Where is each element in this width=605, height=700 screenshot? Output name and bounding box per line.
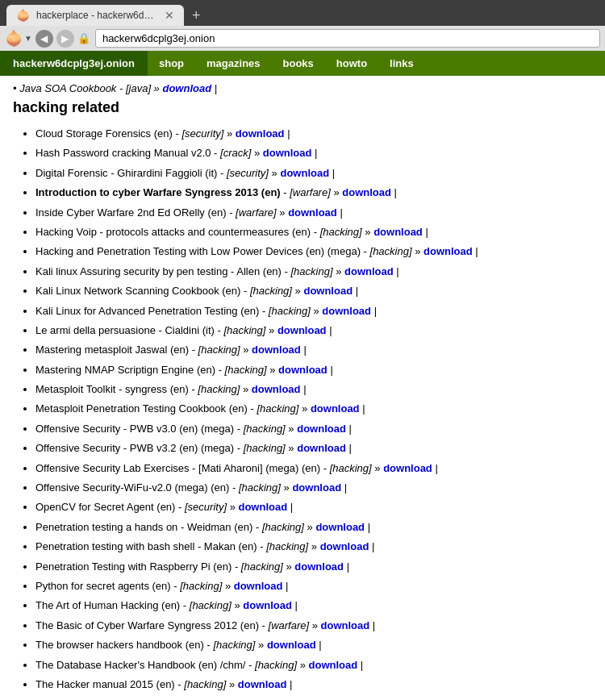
lock-icon: 🔒: [77, 32, 90, 44]
book-title: Hash Password cracking Manual v2.0: [35, 147, 211, 159]
category-tag: [hacking]: [180, 580, 222, 592]
list-item: Mastering NMAP Scriptign Engine (en) - […: [35, 360, 592, 379]
forward-button[interactable]: ▶: [56, 30, 74, 48]
book-title: Mastering metasploit Jaswal (en): [35, 344, 189, 356]
download-link[interactable]: download: [344, 265, 394, 277]
dropdown-icon[interactable]: ▼: [24, 34, 32, 43]
list-item: OpenCV for Secret Agent (en) - [security…: [35, 498, 592, 516]
site-navigation: hackerw6dcplg3ej.onion shop magazines bo…: [0, 51, 605, 76]
list-item: The Basic of Cyber Warfare Syngress 2012…: [35, 616, 592, 635]
nav-links[interactable]: links: [378, 51, 425, 76]
address-input[interactable]: [95, 29, 600, 48]
download-link[interactable]: download: [236, 127, 285, 140]
book-title: Penetration Testing with Raspberry Pi (e…: [35, 560, 232, 573]
list-item: The Art of Human Hacking (en) - [hacking…: [35, 596, 592, 615]
category-tag: [hacking]: [244, 423, 286, 435]
nav-howto[interactable]: howto: [325, 51, 378, 76]
book-title: Metasploit Penetration Testing Cookbook …: [35, 402, 248, 415]
list-item: Offensive Security Lab Exercises - [Mati…: [35, 459, 592, 477]
list-item: Penetration testing with bash shell - Ma…: [35, 537, 592, 556]
book-title: The Hacker manual 2015 (en): [35, 678, 175, 690]
category-tag: [warfare]: [290, 186, 331, 198]
download-link[interactable]: download: [288, 206, 337, 219]
download-link[interactable]: download: [263, 147, 312, 159]
download-link[interactable]: download: [280, 167, 329, 179]
download-link[interactable]: download: [383, 462, 432, 474]
nav-home[interactable]: hackerw6dcplg3ej.onion: [0, 51, 148, 76]
book-title: The Database Hacker's Handbook (en) /chm…: [35, 659, 245, 671]
book-title: Offensive Security - PWB v3.0 (en) (mega…: [35, 423, 234, 435]
download-link[interactable]: download: [294, 560, 344, 573]
list-item: Hacking and Penetration Testing with Low…: [35, 242, 592, 260]
list-item: Kali linux Assuring security by pen test…: [35, 262, 592, 281]
category-tag: [security]: [185, 501, 227, 513]
list-item: Kali Linux for Advanced Penetration Test…: [35, 302, 592, 320]
category-tag: [hacking]: [320, 226, 362, 238]
download-link[interactable]: download: [234, 580, 283, 592]
category-tag: [hacking]: [269, 305, 311, 317]
book-title: Offensive Security Lab Exercises - [Mati…: [35, 462, 320, 474]
prev-item-text: Java SOA Cookbook - [java] » download |: [19, 82, 217, 94]
nav-magazines[interactable]: magazines: [195, 51, 271, 76]
section-title: hacking related: [13, 99, 592, 116]
download-link[interactable]: download: [322, 305, 371, 317]
download-link[interactable]: download: [342, 186, 391, 198]
download-link[interactable]: download: [238, 501, 287, 513]
download-link[interactable]: download: [303, 285, 353, 297]
category-tag: [hacking]: [262, 521, 304, 533]
tab-close-button[interactable]: ✕: [165, 10, 174, 21]
prev-item: • Java SOA Cookbook - [java] » download …: [13, 82, 592, 94]
book-title: Hacking Voip - protocols attacks and cou…: [35, 226, 311, 238]
tor-tab-icon: 🧅: [16, 9, 30, 22]
list-item: Penetration Testing with Raspberry Pi (e…: [35, 557, 592, 576]
book-title: Python for secret agents (en): [35, 580, 171, 592]
category-tag: [hacking]: [198, 383, 240, 395]
download-link[interactable]: download: [297, 442, 346, 454]
download-link[interactable]: download: [320, 540, 369, 552]
book-title: Penetration testing a hands on - Weidman…: [35, 521, 252, 533]
back-button[interactable]: ◀: [35, 30, 53, 48]
book-title: Digital Forensic - Ghirardini Faggioli (…: [35, 167, 217, 179]
list-item: Digital Forensic - Ghirardini Faggioli (…: [35, 164, 592, 182]
new-tab-button[interactable]: +: [187, 7, 206, 24]
download-link[interactable]: download: [278, 364, 328, 376]
download-link[interactable]: download: [277, 324, 327, 336]
book-title: Offensive Security-WiFu-v2.0 (mega) (en): [35, 481, 229, 494]
book-list: Cloud Storage Forensics (en) - [security…: [13, 124, 592, 700]
download-link[interactable]: download: [292, 481, 341, 494]
category-tag: [hacking]: [370, 245, 412, 257]
list-item: Kali Linux Network Scanning Cookbook (en…: [35, 281, 592, 300]
list-item: The Database Hacker's Handbook (en) /chm…: [35, 656, 592, 674]
download-link[interactable]: download: [238, 678, 287, 690]
list-item: Penetration testing a hands on - Weidman…: [35, 518, 592, 536]
download-link[interactable]: download: [373, 226, 423, 238]
book-title: OpenCV for Secret Agent (en): [35, 501, 175, 513]
page-content: • Java SOA Cookbook - [java] » download …: [0, 76, 605, 700]
list-item: Introduction to cyber Warfare Syngress 2…: [35, 183, 592, 202]
address-bar-row: 🧅 ▼ ◀ ▶ 🔒: [0, 26, 605, 51]
category-tag: [security]: [182, 127, 223, 140]
download-link[interactable]: download: [321, 619, 370, 631]
book-title: The browser hackers handbook (en): [35, 639, 204, 651]
book-title: The Art of Human Hacking (en): [35, 599, 180, 611]
nav-shop[interactable]: shop: [148, 51, 195, 76]
nav-books[interactable]: books: [272, 51, 325, 76]
category-tag: [hacking]: [257, 402, 298, 415]
download-link[interactable]: download: [309, 659, 358, 671]
download-link[interactable]: download: [252, 344, 301, 356]
download-link[interactable]: download: [297, 423, 346, 435]
prev-download-link[interactable]: download: [162, 82, 211, 94]
list-item: Le armi della persuasione - Cialdini (it…: [35, 321, 592, 340]
list-item: The hacker playbook - Kim (en) - [hackin…: [35, 694, 592, 700]
book-title: Kali Linux Network Scanning Cookbook (en…: [35, 285, 240, 297]
download-link[interactable]: download: [311, 402, 360, 415]
download-link[interactable]: download: [315, 521, 365, 533]
category-tag: [hacking]: [330, 462, 372, 474]
browser-tab[interactable]: 🧅 hackerplace - hackerw6dcplg3... ✕: [6, 5, 184, 26]
download-link[interactable]: download: [243, 599, 292, 611]
tab-bar: 🧅 hackerplace - hackerw6dcplg3... ✕ +: [6, 5, 599, 26]
download-link[interactable]: download: [267, 639, 316, 651]
download-link[interactable]: download: [424, 245, 473, 257]
list-item: Metasploit Penetration Testing Cookbook …: [35, 399, 592, 418]
download-link[interactable]: download: [252, 383, 301, 395]
